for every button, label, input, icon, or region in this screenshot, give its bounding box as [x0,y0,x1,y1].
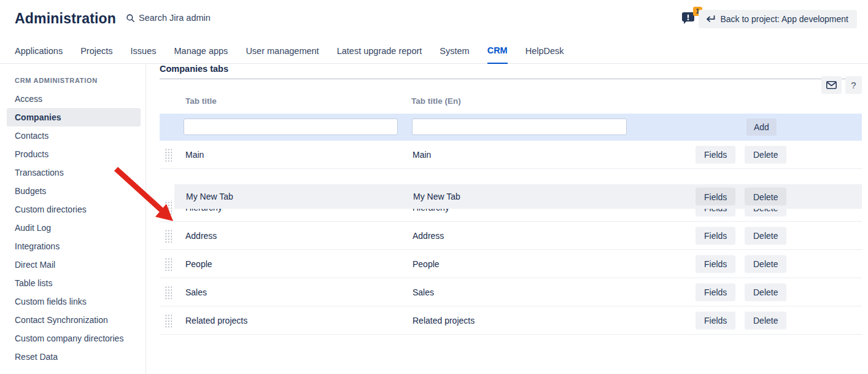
table-row: Related projects Related projects Fields… [160,306,862,335]
nav-tab-helpdesk[interactable]: HelpDesk [525,38,564,64]
new-tab-title-en-input[interactable] [412,119,627,135]
row-tab-title-en: My New Tab [413,192,460,201]
row-tab-title: Related projects [185,316,247,325]
dragged-row: My New Tab My New Tab Fields Delete [174,184,862,209]
fields-button[interactable]: Fields [696,146,735,163]
drag-drop-cluster: My New Tab My New Tab Fields Delete Hier… [160,169,862,222]
sidebar-item-contact-synchronization[interactable]: Contact Synchronization [0,311,145,329]
nav-tab-applications[interactable]: Applications [15,38,63,64]
sidebar-item-custom-company-directories[interactable]: Custom company directories [0,329,145,348]
row-tab-title-en: Address [413,231,444,241]
sidebar-item-access[interactable]: Access [0,90,145,108]
row-tab-title: Address [185,231,217,241]
add-button[interactable]: Add [746,119,777,136]
page-title: Administration [15,10,116,27]
row-tab-title-en: Sales [413,287,434,297]
drag-handle-icon[interactable] [164,228,172,243]
admin-search [126,13,268,23]
row-tab-title: People [185,259,212,269]
fields-button[interactable]: Fields [696,255,735,273]
search-input[interactable] [139,13,268,23]
row-tab-title-en: Related projects [413,316,475,325]
sidebar-item-products[interactable]: Products [0,145,145,163]
fields-button[interactable]: Fields [696,283,735,301]
sidebar-item-custom-fields-links[interactable]: Custom fields links [0,292,145,311]
column-header-tab-title: Tab title [185,96,217,106]
row-tab-title: My New Tab [186,192,233,201]
fields-button[interactable]: Fields [696,188,735,206]
nav-tab-user-management[interactable]: User management [246,38,319,64]
sidebar-item-companies[interactable]: Companies [7,108,141,127]
sidebar-item-table-lists[interactable]: Table lists [0,274,145,292]
table-row: Address Address Fields Delete [160,222,862,250]
table-row: People People Fields Delete [160,250,862,278]
sidebar-list: AccessCompaniesContactsProductsTransacti… [0,90,145,366]
column-header-tab-title-en: Tab title (En) [411,96,461,106]
delete-button[interactable]: Delete [745,227,786,244]
section-title: Companies tabs [160,64,862,74]
sidebar-section-title: CRM ADMINISTRATION [0,77,145,84]
table-row: Main Main Fields Delete [160,141,862,169]
sidebar-item-integrations[interactable]: Integrations [0,237,145,255]
delete-button[interactable]: Delete [745,255,786,273]
delete-button[interactable]: Delete [745,146,786,163]
delete-button[interactable]: Delete [745,188,786,206]
admin-nav-tabs: ApplicationsProjectsIssuesManage appsUse… [0,38,868,64]
page: Administration 1 Back to project: App d [0,0,868,374]
fields-button[interactable]: Fields [696,227,735,244]
sidebar-item-reset-data[interactable]: Reset Data [0,348,145,366]
nav-tab-system[interactable]: System [440,38,469,64]
top-header: Administration 1 Back to project: App d [0,0,868,38]
sidebar-item-contacts[interactable]: Contacts [0,127,145,145]
sidebar-item-audit-log[interactable]: Audit Log [0,219,145,237]
delete-button[interactable]: Delete [745,283,786,301]
delete-button[interactable]: Delete [745,311,786,329]
drag-handle-icon[interactable] [164,313,172,327]
drag-handle-icon[interactable] [164,285,172,299]
back-button-label: Back to project: App development [720,14,848,24]
nav-tab-issues[interactable]: Issues [131,38,157,64]
row-tab-title: Main [185,150,204,160]
main-content: ? Companies tabs Tab title Tab title (En… [146,64,868,374]
nav-tab-projects[interactable]: Projects [80,38,112,64]
fields-button[interactable]: Fields [696,311,735,329]
nav-tab-manage-apps[interactable]: Manage apps [174,38,228,64]
new-tab-title-input[interactable] [184,119,398,135]
sidebar: CRM ADMINISTRATION AccessCompaniesContac… [0,64,146,374]
back-to-project-button[interactable]: Back to project: App development [699,10,857,28]
back-arrow-icon [706,15,715,23]
sidebar-item-transactions[interactable]: Transactions [0,163,145,182]
add-tab-row: Add [160,114,862,141]
sidebar-item-custom-directories[interactable]: Custom directories [0,200,145,219]
search-icon [126,14,134,22]
sidebar-item-budgets[interactable]: Budgets [0,182,145,200]
table-row: Sales Sales Fields Delete [160,278,862,306]
table-column-headers: Tab title Tab title (En) [160,79,862,114]
row-tab-title-en: Main [413,150,431,160]
notification-bubble-icon[interactable]: 1 [681,10,697,26]
sidebar-item-direct-mail[interactable]: Direct Mail [0,255,145,274]
row-tab-title: Sales [185,287,207,297]
row-tab-title-en: People [413,259,440,269]
nav-tab-latest-upgrade-report[interactable]: Latest upgrade report [337,38,422,64]
tabs-table: Main Main Fields Delete My New Tab My Ne… [160,141,862,335]
drag-handle-icon[interactable] [164,147,172,162]
nav-tab-crm[interactable]: CRM [487,38,508,64]
drag-handle-icon[interactable] [164,201,172,215]
drag-handle-icon[interactable] [164,257,172,271]
